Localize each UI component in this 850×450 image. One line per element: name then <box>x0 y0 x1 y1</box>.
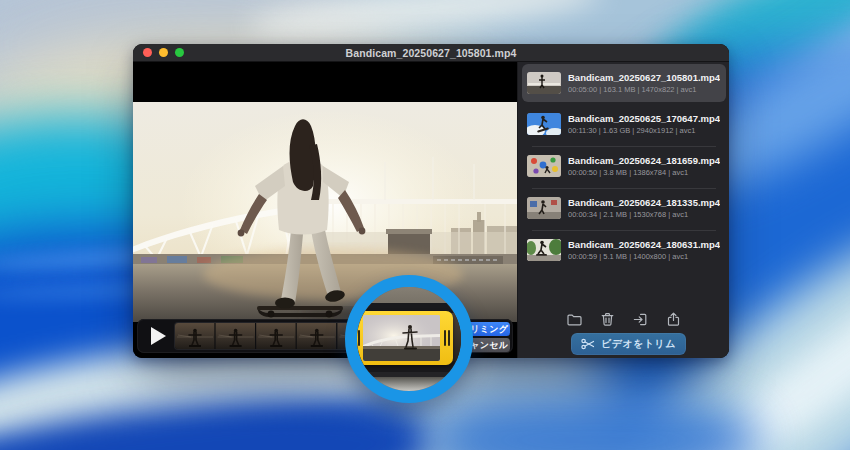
file-name: Bandicam_20250625_170647.mp4 <box>568 113 720 124</box>
trim-video-label: ビデオをトリム <box>601 337 676 351</box>
file-meta: 00:00:50 | 3.8 MB | 1386x784 | avc1 <box>568 168 720 177</box>
file-list-item[interactable]: Bandicam_20250625_170647.mp4 00:11:30 | … <box>522 105 726 143</box>
video-thumbnail <box>527 239 561 261</box>
video-thumbnail <box>527 197 561 219</box>
file-meta: 00:00:34 | 2.1 MB | 1530x768 | avc1 <box>568 210 720 219</box>
trim-selection[interactable] <box>350 311 453 365</box>
file-meta: 00:00:59 | 5.1 MB | 1400x800 | avc1 <box>568 252 720 261</box>
trim-handle-right[interactable] <box>440 311 453 365</box>
file-name: Bandicam_20250627_105801.mp4 <box>568 72 720 83</box>
video-thumbnail <box>527 72 561 94</box>
play-button[interactable] <box>145 323 171 349</box>
video-thumbnail <box>527 155 561 177</box>
scissors-icon <box>581 338 595 350</box>
file-list-item[interactable]: Bandicam_20250624_180631.mp4 00:00:59 | … <box>522 231 726 269</box>
file-list-item[interactable]: Bandicam_20250624_181335.mp4 00:00:34 | … <box>522 189 726 227</box>
title-bar: Bandicam_20250627_105801.mp4 <box>133 44 729 62</box>
play-icon <box>151 327 166 345</box>
file-name: Bandicam_20250624_181659.mp4 <box>568 155 720 166</box>
share-button[interactable] <box>663 308 685 330</box>
file-list-panel: Bandicam_20250627_105801.mp4 00:05:00 | … <box>517 62 729 358</box>
video-thumbnail <box>527 113 561 135</box>
open-folder-button[interactable] <box>564 308 586 330</box>
folder-icon <box>566 311 583 328</box>
magnified-window-shadow <box>357 377 461 391</box>
file-meta: 00:11:30 | 1.63 GB | 2940x1912 | avc1 <box>568 126 720 135</box>
trim-handle-left[interactable] <box>350 311 363 365</box>
move-to-button[interactable] <box>630 308 652 330</box>
file-toolbar <box>518 308 729 330</box>
trash-icon <box>599 311 616 328</box>
callout-circle <box>345 275 473 403</box>
file-list-item[interactable]: Bandicam_20250627_105801.mp4 00:05:00 | … <box>522 64 726 102</box>
desktop: Bandicam_20250627_105801.mp4 <box>0 0 850 450</box>
file-name: Bandicam_20250624_180631.mp4 <box>568 239 720 250</box>
share-icon <box>665 311 682 328</box>
move-to-icon <box>632 311 649 328</box>
delete-button[interactable] <box>597 308 619 330</box>
trim-selection-thumbnail <box>363 315 440 361</box>
file-name: Bandicam_20250624_181335.mp4 <box>568 197 720 208</box>
window-title: Bandicam_20250627_105801.mp4 <box>133 47 729 59</box>
file-list-item[interactable]: Bandicam_20250624_181659.mp4 00:00:50 | … <box>522 147 726 185</box>
trim-video-button[interactable]: ビデオをトリム <box>571 333 686 355</box>
video-frame <box>133 102 517 322</box>
file-meta: 00:05:00 | 163.1 MB | 1470x822 | avc1 <box>568 85 720 94</box>
